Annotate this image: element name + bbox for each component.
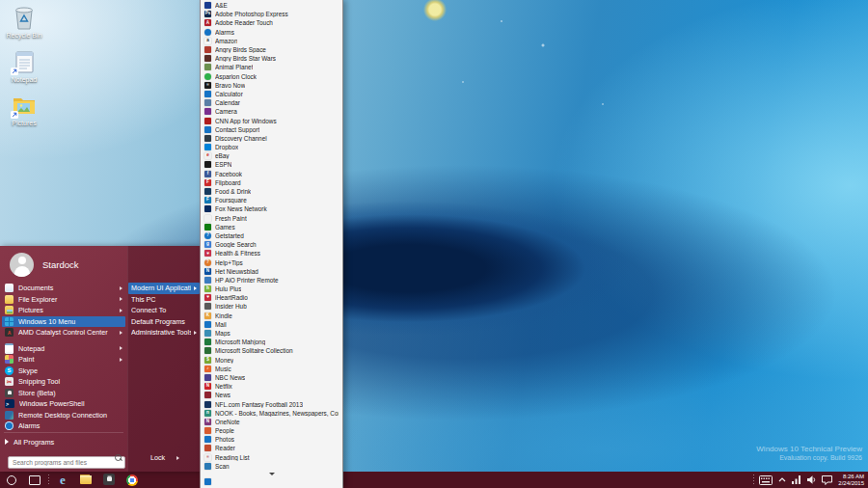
app-item-angry-birds-star-wars[interactable]: Angry Birds Star Wars bbox=[201, 54, 342, 63]
start-item-connect-to[interactable]: Connect To bbox=[128, 305, 200, 316]
start-item-snipping-tool[interactable]: ✂Snipping Tool bbox=[2, 376, 125, 388]
user-avatar[interactable] bbox=[10, 253, 34, 277]
user-name[interactable]: Stardock bbox=[42, 259, 79, 270]
app-item-getstarted[interactable]: ?Getstarted bbox=[201, 231, 342, 240]
app-item-news[interactable]: News bbox=[201, 391, 342, 399]
start-item-amd-catalyst-control-center[interactable]: AAMD Catalyst Control Center bbox=[2, 327, 125, 339]
desktop-icon-pictures[interactable]: Pictures bbox=[2, 92, 46, 127]
taskbar-store-button[interactable] bbox=[97, 472, 121, 488]
app-item-games[interactable]: Games bbox=[201, 223, 342, 231]
app-item-flipboard[interactable]: FFlipboard bbox=[201, 178, 342, 187]
taskbar-file-explorer-button[interactable] bbox=[74, 472, 97, 488]
app-item-insider-hub[interactable]: Insider Hub bbox=[201, 302, 342, 311]
start-item-alarms[interactable]: Alarms bbox=[2, 420, 125, 432]
start-item-this-pc[interactable]: This PC bbox=[128, 294, 200, 306]
app-item-foursquare[interactable]: FFoursquare bbox=[201, 196, 342, 204]
volume-icon[interactable] bbox=[804, 472, 819, 488]
app-item-calculator[interactable]: Calculator bbox=[201, 90, 342, 98]
app-item-music[interactable]: ♪Music bbox=[201, 365, 342, 373]
app-item-iheartradio[interactable]: ♥iHeartRadio bbox=[201, 293, 342, 302]
app-item-microsoft-mahjong[interactable]: Microsoft Mahjong bbox=[201, 338, 342, 346]
app-item-nook-books-magazines-newspapers-comics[interactable]: nNOOK - Books, Magazines, Newspapers, Co… bbox=[201, 409, 342, 418]
submenu-arrow-icon bbox=[120, 358, 122, 362]
start-item-skype[interactable]: SSkype bbox=[2, 365, 125, 376]
taskbar-ie-button[interactable] bbox=[51, 472, 74, 488]
app-item-maps[interactable]: Maps bbox=[201, 329, 342, 338]
app-item-animal-planet[interactable]: Animal Planet bbox=[201, 63, 342, 71]
desktop-icon-notepad[interactable]: Notepad bbox=[2, 48, 46, 84]
network-icon[interactable] bbox=[789, 472, 804, 488]
app-item-microsoft-solitaire-collection[interactable]: Microsoft Solitaire Collection bbox=[201, 346, 342, 355]
games-icon bbox=[204, 224, 211, 230]
app-item-money[interactable]: $Money bbox=[201, 356, 342, 365]
taskbar-task-view-button[interactable] bbox=[23, 472, 46, 488]
start-item-documents[interactable]: Documents bbox=[2, 283, 125, 294]
app-item-dropbox[interactable]: Dropbox bbox=[201, 143, 342, 151]
search-input[interactable] bbox=[8, 456, 125, 469]
app-item-photos[interactable]: Photos bbox=[201, 435, 342, 444]
show-hidden-icons-icon[interactable] bbox=[775, 472, 789, 488]
start-item-windows-10-menu[interactable]: Windows 10 Menu bbox=[2, 316, 125, 328]
app-item-cnn-app-for-windows[interactable]: CNN App for Windows bbox=[201, 116, 342, 124]
app-item-adobe-reader-touch[interactable]: AAdobe Reader Touch bbox=[201, 18, 342, 27]
tray-divider bbox=[753, 474, 754, 486]
start-item-modern-ui-applications[interactable]: Modern UI Applications bbox=[128, 283, 200, 294]
app-item-facebook[interactable]: fFacebook bbox=[201, 170, 342, 178]
app-item-alarms[interactable]: Alarms bbox=[201, 28, 342, 37]
start-item-administrative-tools[interactable]: Administrative Tools bbox=[128, 327, 200, 339]
user-tile[interactable]: Stardock bbox=[10, 253, 79, 277]
start-item-store-beta[interactable]: Store (Beta) bbox=[2, 387, 125, 398]
tray-clock[interactable]: 8:26 AM2/24/2015 bbox=[835, 474, 868, 487]
app-item-angry-birds-space[interactable]: Angry Birds Space bbox=[201, 45, 342, 54]
app-item-partial[interactable] bbox=[201, 477, 342, 486]
lock-button[interactable]: Lock bbox=[133, 451, 197, 464]
app-item-mail[interactable]: Mail bbox=[201, 320, 342, 329]
app-item-ebay[interactable]: eeBay bbox=[201, 151, 342, 160]
app-item-onenote[interactable]: NOneNote bbox=[201, 418, 342, 426]
all-programs-button[interactable]: All Programs bbox=[2, 436, 131, 447]
touch-keyboard-icon[interactable] bbox=[756, 472, 775, 488]
start-item-pictures[interactable]: Pictures bbox=[2, 305, 125, 316]
app-item-hp-aio-printer-remote[interactable]: HP AiO Printer Remote bbox=[201, 276, 342, 285]
app-item-hulu-plus[interactable]: hHulu Plus bbox=[201, 285, 342, 293]
start-item-default-programs[interactable]: Default Programs bbox=[128, 316, 200, 328]
app-item-bravo-now[interactable]: ≡Bravo Now bbox=[201, 81, 342, 90]
app-item-discovery-channel[interactable]: Discovery Channel bbox=[201, 134, 342, 143]
app-item-food-drink[interactable]: Food & Drink bbox=[201, 187, 342, 196]
start-item-file-explorer[interactable]: File Explorer bbox=[2, 294, 125, 306]
start-item-paint[interactable]: Paint bbox=[2, 354, 125, 366]
app-item-google-search[interactable]: gGoogle Search bbox=[201, 240, 342, 249]
desktop-icon-recycle-bin[interactable]: Recycle Bin bbox=[2, 4, 46, 40]
app-item-adobe-photoshop-express[interactable]: PsAdobe Photoshop Express bbox=[201, 10, 342, 18]
app-item-people[interactable]: People bbox=[201, 426, 342, 435]
app-item-contact-support[interactable]: Contact Support bbox=[201, 125, 342, 134]
start-item-remote-desktop-connection[interactable]: Remote Desktop Connection bbox=[2, 410, 125, 421]
start-item-windows-powershell[interactable]: >Windows PowerShell bbox=[2, 398, 125, 410]
app-item-health-fitness[interactable]: ♥Health & Fitness bbox=[201, 249, 342, 258]
taskbar-cortana-button[interactable] bbox=[0, 472, 23, 488]
app-item-calendar[interactable]: Calendar bbox=[201, 98, 342, 107]
action-center-icon[interactable] bbox=[819, 472, 835, 488]
app-item-amazon[interactable]: aAmazon bbox=[201, 37, 342, 45]
lock-submenu-arrow-icon[interactable] bbox=[176, 456, 179, 460]
app-item-help-tips[interactable]: ?Help+Tips bbox=[201, 258, 342, 266]
app-item-reader[interactable]: Reader bbox=[201, 444, 342, 452]
app-item-het-nieuwsblad[interactable]: NHet Nieuwsblad bbox=[201, 267, 342, 276]
search-icon bbox=[115, 454, 122, 461]
app-item-a-e[interactable]: A&E bbox=[201, 1, 342, 10]
app-item-nbc-news[interactable]: NBC News bbox=[201, 373, 342, 382]
app-item-nfl-com-fantasy-football-2013[interactable]: NFL.com Fantasy Football 2013 bbox=[201, 399, 342, 408]
app-item-kindle[interactable]: KKindle bbox=[201, 312, 342, 320]
app-item-fresh-paint[interactable]: Fresh Paint bbox=[201, 214, 342, 223]
app-item-camera[interactable]: Camera bbox=[201, 107, 342, 116]
app-item-fox-news-network[interactable]: Fox News Network bbox=[201, 204, 342, 213]
app-item-asparion-clock[interactable]: Asparion Clock bbox=[201, 72, 342, 81]
app-item-scan[interactable]: Scan bbox=[201, 462, 342, 471]
app-item-label: Angry Birds Space bbox=[215, 46, 266, 53]
app-item-espn[interactable]: ESPN bbox=[201, 160, 342, 169]
app-item-netflix[interactable]: NNetflix bbox=[201, 382, 342, 391]
app-item-reading-list[interactable]: ≡Reading List bbox=[201, 453, 342, 462]
scroll-down-icon[interactable] bbox=[201, 471, 342, 477]
start-item-notepad[interactable]: Notepad bbox=[2, 342, 125, 354]
taskbar-chrome-button[interactable] bbox=[121, 472, 144, 488]
